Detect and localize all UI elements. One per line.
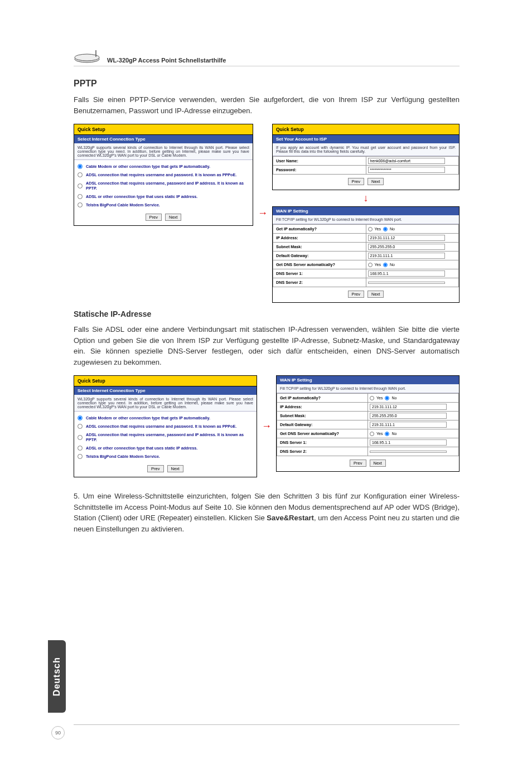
ip-input[interactable]: 219.31.111.12 xyxy=(368,235,445,241)
ip-input[interactable]: 219.31.111.12 xyxy=(370,404,447,410)
section-pptp-heading: PPTP xyxy=(74,79,460,89)
next-button[interactable]: Next xyxy=(367,291,384,298)
conn-opt-pptp[interactable]: ADSL connection that requires username, … xyxy=(74,179,253,192)
next-button[interactable]: Next xyxy=(367,178,384,185)
dns2-input[interactable] xyxy=(368,282,445,284)
panel-desc: WL320gP supports several kinds of connec… xyxy=(74,143,253,160)
conn-opt-bigpond[interactable]: Telstra BigPond Cable Modem Service. xyxy=(74,452,257,461)
radio-static[interactable] xyxy=(78,446,83,451)
panel-desc: WL320gP supports several kinds of connec… xyxy=(74,395,257,412)
section-static-body: Falls Sie ADSL oder eine andere Verbindu… xyxy=(74,324,460,368)
conn-opt-bigpond[interactable]: Telstra BigPond Cable Modem Service. xyxy=(74,201,253,209)
dns2-label: DNS Server 2: xyxy=(277,447,368,456)
get-dns-label: Get DNS Server automatically? xyxy=(277,429,368,438)
panel-title: Quick Setup xyxy=(74,124,253,135)
step-5-text: 5. Um eine Wireless-Schnittstelle einzur… xyxy=(74,491,460,534)
password-label: Password: xyxy=(273,166,366,175)
conn-opt-static[interactable]: ADSL or other connection type that uses … xyxy=(74,192,253,201)
next-button[interactable]: Next xyxy=(370,460,386,467)
get-ip-label: Get IP automatically? xyxy=(277,394,368,403)
dns2-label: DNS Server 2: xyxy=(273,278,366,287)
get-ip-label: Get IP automatically? xyxy=(273,225,366,234)
get-ip-yes[interactable] xyxy=(370,396,374,400)
next-button[interactable]: Next xyxy=(167,465,183,472)
get-dns-no[interactable] xyxy=(383,263,388,267)
get-dns-yes[interactable] xyxy=(370,432,374,436)
page-number: 90 xyxy=(51,726,65,739)
panel-subtitle: Set Your Account to ISP xyxy=(273,135,459,143)
prev-button[interactable]: Prev xyxy=(348,178,364,185)
dns1-input[interactable]: 168.95.1.1 xyxy=(368,270,445,277)
next-button[interactable]: Next xyxy=(165,214,181,221)
arrow-down-icon: ↓ xyxy=(272,192,460,204)
panel-row-2: Quick Setup Select Internet Connection T… xyxy=(74,375,460,477)
mask-input[interactable]: 255.255.255.0 xyxy=(368,244,445,250)
conn-opt-pppoe[interactable]: ADSL connection that requires username a… xyxy=(74,171,253,179)
get-ip-no[interactable] xyxy=(385,396,389,400)
ip-label: IP Address: xyxy=(273,234,366,243)
conn-opt-cable[interactable]: Cable Modem or other connection type tha… xyxy=(74,162,253,171)
arrow-right-icon: → xyxy=(258,207,268,219)
get-dns-yes[interactable] xyxy=(368,263,373,267)
wan-ip-panel-2: WAN IP Setting Fill TCP/IP setting for W… xyxy=(276,375,460,472)
conn-opt-pptp[interactable]: ADSL connection that requires username, … xyxy=(74,431,257,444)
account-panel: Quick Setup Set Your Account to ISP If y… xyxy=(272,124,460,190)
radio-cable[interactable] xyxy=(78,164,83,169)
panel-desc: Fill TCP/IP setting for WL320gP to conne… xyxy=(277,384,459,393)
gw-label: Default Gateway: xyxy=(277,420,368,429)
mask-label: Subnet Mask: xyxy=(273,243,366,252)
panel-title: Quick Setup xyxy=(74,376,257,386)
radio-pppoe[interactable] xyxy=(78,172,83,177)
radio-static[interactable] xyxy=(78,194,83,199)
conn-opt-static[interactable]: ADSL or other connection type that uses … xyxy=(74,444,257,452)
get-ip-yes[interactable] xyxy=(368,227,373,231)
page-header: WL-320gP Access Point Schnellstarthilfe xyxy=(74,47,460,66)
dns2-input[interactable] xyxy=(370,451,447,453)
gw-label: Default Gateway: xyxy=(273,252,366,260)
footer-rule xyxy=(74,724,460,725)
router-icon xyxy=(74,47,103,64)
panel-desc: Fill TCP/IP setting for WL320gP to conne… xyxy=(273,215,459,224)
conn-opt-cable[interactable]: Cable Modem or other connection type tha… xyxy=(74,414,257,422)
radio-pptp[interactable] xyxy=(78,435,83,440)
conn-opt-pppoe[interactable]: ADSL connection that requires username a… xyxy=(74,422,257,431)
header-title: WL-320gP Access Point Schnellstarthilfe xyxy=(107,57,226,64)
panel-title: Quick Setup xyxy=(273,124,459,135)
prev-button[interactable]: Prev xyxy=(147,465,163,472)
language-label: Deutsch xyxy=(52,657,62,696)
language-tab: Deutsch xyxy=(48,640,66,713)
get-dns-no[interactable] xyxy=(385,432,389,436)
prev-button[interactable]: Prev xyxy=(146,214,162,221)
quick-setup-panel: Quick Setup Select Internet Connection T… xyxy=(74,124,253,226)
radio-pppoe[interactable] xyxy=(78,424,83,429)
dns1-label: DNS Server 1: xyxy=(273,269,366,278)
radio-cable[interactable] xyxy=(78,415,83,420)
wan-ip-panel: WAN IP Setting Fill TCP/IP setting for W… xyxy=(272,206,460,303)
panel-desc: If you apply an account with dynamic IP.… xyxy=(273,143,459,156)
username-input[interactable]: henk006@adsl-comfort xyxy=(368,158,445,164)
arrow-right-icon: → xyxy=(262,420,272,432)
radio-bigpond[interactable] xyxy=(78,454,83,459)
radio-bigpond[interactable] xyxy=(78,202,83,207)
get-dns-label: Get DNS Server automatically? xyxy=(273,260,366,269)
radio-pptp[interactable] xyxy=(78,183,83,188)
dns1-label: DNS Server 1: xyxy=(277,438,368,447)
ip-label: IP Address: xyxy=(277,403,368,412)
mask-label: Subnet Mask: xyxy=(277,412,368,420)
panel-title: WAN IP Setting xyxy=(273,207,459,215)
password-input[interactable]: ************** xyxy=(368,167,445,173)
quick-setup-panel-2: Quick Setup Select Internet Connection T… xyxy=(74,375,257,477)
username-label: User Name: xyxy=(273,157,366,166)
gw-input[interactable]: 219.31.111.1 xyxy=(370,422,447,428)
panel-subtitle: Select Internet Connection Type xyxy=(74,386,257,395)
mask-input[interactable]: 255.255.255.0 xyxy=(370,413,447,419)
panel-subtitle: Select Internet Connection Type xyxy=(74,135,253,143)
dns1-input[interactable]: 168.95.1.1 xyxy=(370,439,447,446)
get-ip-no[interactable] xyxy=(383,227,388,231)
panel-title: WAN IP Setting xyxy=(277,376,459,384)
prev-button[interactable]: Prev xyxy=(348,291,364,298)
gw-input[interactable]: 219.31.111.1 xyxy=(368,253,445,259)
prev-button[interactable]: Prev xyxy=(350,460,366,467)
section-static-heading: Statische IP-Adresse xyxy=(74,310,460,318)
panel-row-1: Quick Setup Select Internet Connection T… xyxy=(74,124,460,303)
